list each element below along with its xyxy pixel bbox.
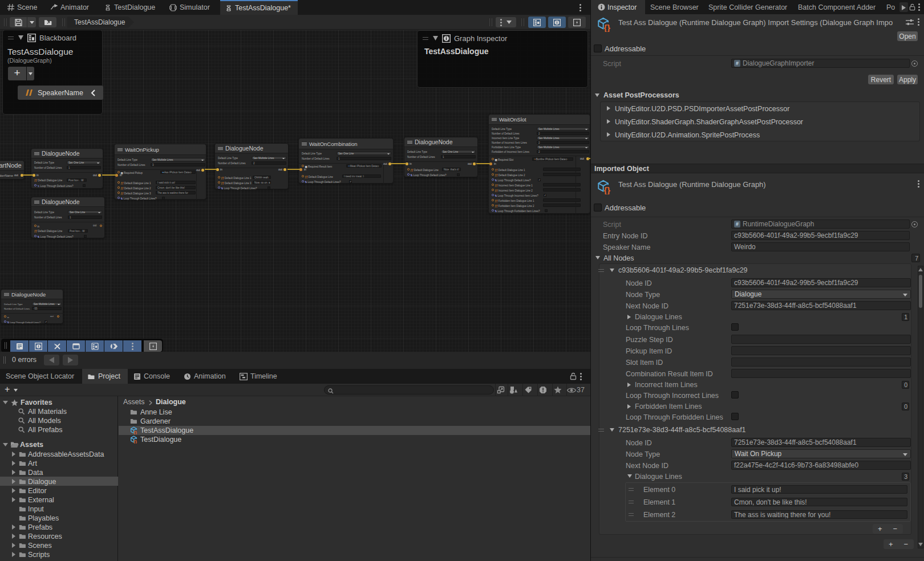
svg-text:{}: {} [133,430,137,434]
svg-text:{}: {} [604,186,611,194]
svg-text:{}: {} [133,439,137,444]
svg-text:{}: {} [604,23,611,32]
